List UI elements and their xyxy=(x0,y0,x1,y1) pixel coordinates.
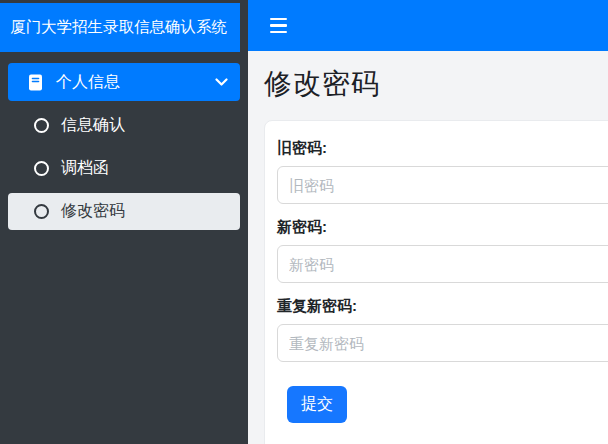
new-password-label: 新密码: xyxy=(277,218,608,237)
page-title: 修改密码 xyxy=(264,65,608,103)
change-password-form: 旧密码: 新密码: 重复新密码: 提交 xyxy=(277,139,608,423)
brand-link[interactable]: 厦门大学招生录取信息确认系统 xyxy=(0,3,240,52)
new-password-field[interactable] xyxy=(277,245,608,283)
sidebar-item-change-password[interactable]: 修改密码 xyxy=(8,193,240,230)
old-password-label: 旧密码: xyxy=(277,139,608,158)
brand-title: 厦门大学招生录取信息确认系统 xyxy=(10,17,227,38)
repeat-password-label: 重复新密码: xyxy=(277,297,608,316)
main-content: 修改密码 旧密码: 新密码: 重复新密码: 提交 xyxy=(248,51,608,444)
circle-icon xyxy=(34,204,49,219)
sidebar-item-label: 修改密码 xyxy=(61,201,125,222)
repeat-password-field[interactable] xyxy=(277,324,608,362)
topbar xyxy=(248,0,608,51)
sidebar-item-label: 调档函 xyxy=(61,158,109,179)
submit-button[interactable]: 提交 xyxy=(287,386,347,423)
change-password-card: 旧密码: 新密码: 重复新密码: 提交 xyxy=(264,120,608,444)
sidebar-item-label: 个人信息 xyxy=(56,72,120,93)
old-password-field[interactable] xyxy=(277,166,608,204)
sidebar: 厦门大学招生录取信息确认系统 个人信息 信息确认 调 xyxy=(0,0,248,444)
hamburger-icon[interactable] xyxy=(268,14,289,38)
sidebar-item-info-confirm[interactable]: 信息确认 xyxy=(8,107,240,144)
sidebar-item-transfer-letter[interactable]: 调档函 xyxy=(8,150,240,187)
book-icon xyxy=(26,73,45,92)
sidebar-item-personal-info[interactable]: 个人信息 xyxy=(8,63,240,101)
sidebar-nav: 个人信息 信息确认 调档函 修改密码 xyxy=(8,63,240,230)
circle-icon xyxy=(34,161,49,176)
sidebar-item-label: 信息确认 xyxy=(61,115,125,136)
chevron-down-icon xyxy=(215,78,228,87)
circle-icon xyxy=(34,118,49,133)
